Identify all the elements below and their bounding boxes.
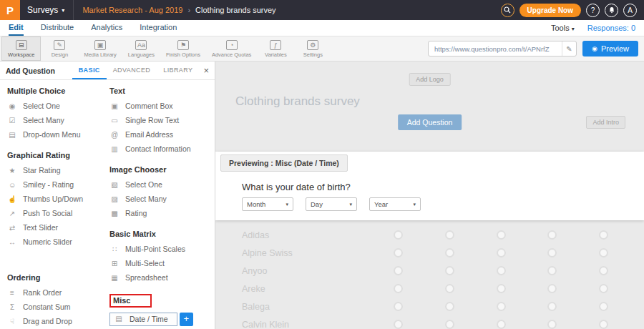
radio-button[interactable] — [599, 320, 608, 329]
radio-button[interactable] — [497, 248, 506, 257]
radio-button[interactable] — [547, 284, 557, 293]
radio-button[interactable] — [547, 248, 557, 257]
radio-button[interactable] — [497, 230, 506, 240]
add-logo-button[interactable]: Add Logo — [409, 73, 451, 86]
radio-button[interactable] — [394, 266, 403, 275]
eye-icon: ◉ — [592, 45, 597, 52]
question-type-email-address[interactable]: @Email Address — [109, 127, 209, 142]
question-type-contact-information[interactable]: ▥Contact Information — [109, 142, 209, 156]
add-date-time-button[interactable]: + — [180, 313, 193, 326]
upgrade-now-button[interactable]: Upgrade Now — [519, 4, 581, 17]
question-type-constant-sum[interactable]: ΣConstant Sum — [7, 300, 107, 314]
chevron-down-icon: ▾ — [349, 202, 352, 207]
radio-button[interactable] — [394, 320, 403, 329]
toolbar-item-label: Settings — [303, 51, 323, 58]
radio-button[interactable] — [445, 284, 454, 293]
question-type-multi-point-scales[interactable]: ∷Multi-Point Scales — [109, 242, 209, 256]
question-type-rank-order[interactable]: ≡Rank Order — [7, 285, 107, 300]
select-month[interactable]: Month▾ — [242, 197, 293, 211]
item-label: Text Slider — [23, 223, 58, 232]
radio-button[interactable] — [497, 266, 506, 275]
panel-tab-library[interactable]: LIBRARY — [157, 62, 199, 79]
tools-menu[interactable]: Tools ▾ — [551, 24, 575, 32]
breadcrumb-parent[interactable]: Market Research - Aug 2019 — [82, 6, 182, 14]
radio-button[interactable] — [547, 320, 557, 329]
toolbar-item-workspace[interactable]: ⊟Workspace — [1, 36, 41, 61]
notifications-button[interactable] — [605, 4, 618, 17]
question-type-star-rating[interactable]: ★Star Rating — [7, 163, 107, 177]
close-icon[interactable]: × — [203, 65, 209, 76]
question-type-date-time[interactable]: ▤Date / Time — [109, 313, 177, 326]
avatar[interactable]: A — [623, 4, 637, 17]
radio-button[interactable] — [445, 302, 454, 311]
question-type-thumbs-up-down[interactable]: ☝Thumbs Up/Down — [7, 192, 107, 206]
radio-button[interactable] — [547, 266, 557, 275]
matrix-row-areke: Areke — [215, 280, 644, 298]
panel-tab-advanced[interactable]: ADVANCED — [107, 62, 157, 79]
search-button[interactable] — [501, 4, 514, 17]
question-type-multi-select[interactable]: ⊞Multi-Select — [109, 256, 209, 270]
radio-button[interactable] — [445, 320, 454, 329]
tab-analytics[interactable]: Analytics — [91, 20, 122, 36]
question-type-drop-down-menu[interactable]: ▤Drop-down Menu — [7, 127, 107, 142]
question-type-select-one[interactable]: ▧Select One — [109, 177, 209, 192]
radio-button[interactable] — [394, 302, 403, 311]
question-type-select-one[interactable]: ◉Select One — [7, 99, 107, 113]
question-type-select-many[interactable]: ▨Select Many — [109, 192, 209, 206]
questionpro-logo[interactable]: P — [0, 0, 20, 20]
add-question-button[interactable]: Add Question — [398, 114, 462, 130]
radio-button[interactable] — [394, 230, 403, 240]
question-type-comment-box[interactable]: ▣Comment Box — [109, 99, 209, 113]
toolbar-item-settings[interactable]: ⚙Settings — [294, 36, 331, 61]
edit-url-button[interactable]: ✎ — [562, 41, 576, 56]
radio-button[interactable] — [445, 248, 454, 257]
help-button[interactable]: ? — [586, 4, 600, 17]
item-label: Contact Information — [125, 144, 191, 153]
toolbar-item-languages[interactable]: AaLanguages — [122, 36, 160, 61]
question-type-single-row-text[interactable]: ▭Single Row Text — [109, 113, 209, 127]
survey-url-field[interactable]: https://www.questionpro.com/t/APNrfZ ✎ — [428, 41, 577, 57]
question-type-numeric-slider[interactable]: ↔Numeric Slider — [7, 235, 107, 249]
radio-button[interactable] — [599, 284, 608, 293]
question-type-spreadsheet[interactable]: ▦Spreadsheet — [109, 270, 209, 285]
question-type-text-slider[interactable]: ⇄Text Slider — [7, 220, 107, 235]
radio-button[interactable] — [394, 248, 403, 257]
add-intro-button[interactable]: Add Intro — [586, 116, 625, 129]
question-type-smiley-rating[interactable]: ☺Smiley - Rating — [7, 177, 107, 192]
chevron-down-icon: ▾ — [413, 202, 416, 207]
question-type-rating[interactable]: ▩Rating — [109, 206, 209, 220]
tab-edit[interactable]: Edit — [9, 20, 24, 36]
radio-button[interactable] — [497, 284, 506, 293]
radio-button[interactable] — [394, 284, 403, 293]
select-day[interactable]: Day▾ — [306, 197, 357, 211]
select-year[interactable]: Year▾ — [369, 197, 421, 211]
toolbar-item-media-library[interactable]: ▣Media Library — [78, 36, 122, 61]
tab-distribute[interactable]: Distribute — [41, 20, 74, 36]
preview-button[interactable]: ◉Preview — [582, 41, 638, 57]
radio-button[interactable] — [599, 302, 608, 311]
radio-button[interactable] — [599, 230, 608, 240]
panel-tab-basic[interactable]: BASIC — [72, 62, 107, 79]
toolbar-item-variables[interactable]: ƒVariables — [257, 36, 294, 61]
radio-button[interactable] — [497, 320, 506, 329]
radio-button[interactable] — [547, 302, 557, 311]
previewing-tab: Previewing : Misc (Date / Time) — [220, 154, 348, 172]
toolbar-item-finish-options[interactable]: ⚑Finish Options — [160, 36, 206, 61]
question-type-select-many[interactable]: ☑Select Many — [7, 113, 107, 127]
radio-button[interactable] — [445, 230, 454, 240]
topbar-actions: Upgrade Now ? A — [501, 4, 644, 17]
tab-integration[interactable]: Integration — [140, 20, 177, 36]
radio-button[interactable] — [497, 302, 506, 311]
radio-button[interactable] — [599, 248, 608, 257]
multi-point-scales-icon: ∷ — [109, 245, 119, 253]
toolbar-item-advance-quotas[interactable]: ◔Advance Quotas — [206, 36, 257, 61]
rating-icon: ▩ — [109, 210, 119, 217]
radio-button[interactable] — [547, 230, 557, 240]
radio-button[interactable] — [445, 266, 454, 275]
radio-button[interactable] — [599, 266, 608, 275]
surveys-menu[interactable]: Surveys ▾ — [27, 5, 64, 15]
toolbar-item-design[interactable]: ✎Design — [41, 36, 78, 61]
question-type-drag-and-drop[interactable]: ☟Drag and Drop — [7, 314, 107, 328]
responses-count[interactable]: Responses: 0 — [587, 24, 635, 32]
question-type-push-to-social[interactable]: ↗Push To Social — [7, 206, 107, 220]
